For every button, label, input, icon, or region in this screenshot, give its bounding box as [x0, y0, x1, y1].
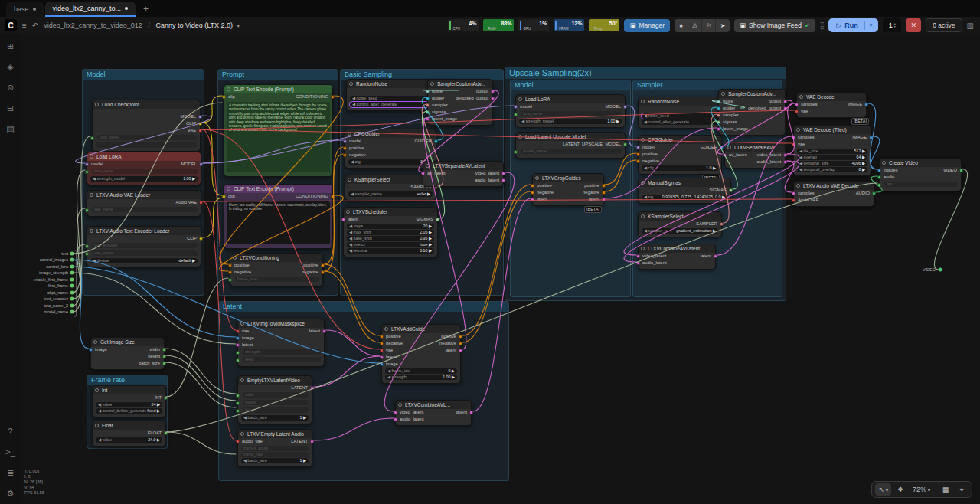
collapse-icon[interactable]: [240, 322, 244, 326]
widget-stretch[interactable]: ◀ stretchtrue ▶: [347, 242, 434, 247]
node-title[interactable]: LTXV Audio VAE Loader: [87, 191, 201, 199]
node-title[interactable]: SamplerCustomAdv...: [428, 80, 492, 88]
input-slot-positive[interactable]: [228, 263, 232, 267]
panel-toggle-icon[interactable]: ▥: [967, 21, 974, 30]
node-ltxvaddguide[interactable]: LTXVAddGuidepositivepositivenegativenega…: [381, 324, 461, 384]
node-load-latent-upscale-model[interactable]: Load Latent Upscale ModelLATENT_UPSCALE_…: [515, 132, 626, 159]
output-slot-latent[interactable]: [469, 411, 473, 414]
widget-value[interactable]: ◀ value24.0 ▶: [96, 437, 162, 443]
workflow-input-dot[interactable]: [70, 304, 74, 308]
widget-lora-name[interactable]: lora_name: [92, 169, 198, 174]
widget-overlap[interactable]: ◀ overlap64 ▶: [797, 155, 867, 160]
collapse-icon[interactable]: [346, 210, 350, 214]
collapse-icon[interactable]: [240, 432, 244, 436]
widget-vae-name[interactable]: vae_name: [92, 250, 198, 256]
active-jobs-badge[interactable]: 0 active: [926, 18, 962, 32]
input-slot-model-name[interactable]: [514, 150, 518, 154]
output-slot-positive[interactable]: [602, 184, 606, 188]
output-slot-sampler[interactable]: [720, 222, 724, 226]
collapse-icon[interactable]: [426, 164, 430, 168]
collapse-icon[interactable]: [641, 138, 645, 142]
output-slot-clip[interactable]: [199, 237, 203, 241]
node-title[interactable]: VAE Decode (Tiled): [794, 126, 871, 134]
node-title[interactable]: Load Checkpoint: [93, 100, 200, 109]
breadcrumb-view[interactable]: Canny to Video (LTX 2.0): [155, 21, 233, 29]
input-slot-samples[interactable]: [792, 136, 795, 139]
workflow-input-dot[interactable]: [70, 265, 74, 269]
node-title[interactable]: LTXVSeparateAVL...: [725, 143, 785, 152]
node-title[interactable]: KSamplerSelect: [639, 212, 721, 221]
node-get-image-size[interactable]: Get Image Sizeimagewidthheightbatch_size: [90, 337, 165, 370]
node-title[interactable]: Load LoRA: [87, 152, 201, 161]
models-icon[interactable]: ◈: [7, 63, 13, 71]
collapse-icon[interactable]: [90, 193, 93, 197]
node-title[interactable]: LTXVCropGuides: [533, 174, 603, 182]
node-title[interactable]: LTXV Empty Latent Audio: [238, 430, 312, 438]
collapse-icon[interactable]: [641, 181, 645, 185]
node-emptyltxvlatentvideo[interactable]: EmptyLTXVLatentVideoLATENTwidthheightlen…: [237, 375, 312, 424]
help-icon[interactable]: ?: [8, 427, 12, 436]
input-slot-image[interactable]: [236, 336, 240, 340]
output-slot-conditioning[interactable]: [331, 95, 335, 99]
widget-cfg[interactable]: ◀ cfg3.0 ▶: [348, 159, 433, 165]
breadcrumb-workflow[interactable]: video_ltx2_canny_to_video_012: [44, 21, 142, 29]
output-slot-audio[interactable]: [872, 191, 876, 195]
input-slot-negative[interactable]: [343, 153, 347, 157]
collapse-icon[interactable]: [799, 95, 803, 99]
widget-frame-idx[interactable]: ◀ frame_idx0 ▶: [385, 368, 457, 374]
cancel-button[interactable]: ✕: [906, 18, 921, 32]
node-ltxvseparateavl[interactable]: LTXVSeparateAVL...av_latentvideo_latenta…: [724, 142, 786, 169]
node-title[interactable]: CLIP Text Encode (Prompt): [224, 185, 332, 193]
output-slot-width[interactable]: [162, 348, 166, 352]
tab-base[interactable]: base: [6, 2, 44, 17]
input-slot-vae[interactable]: [795, 110, 799, 113]
output-slot-image[interactable]: [869, 136, 873, 139]
output-slot-sigmas[interactable]: [436, 218, 439, 221]
node-title[interactable]: LTXVConditioning: [230, 254, 322, 262]
collapse-icon[interactable]: [93, 340, 97, 344]
collapse-icon[interactable]: [348, 178, 351, 182]
input-slot-latent-image[interactable]: [426, 117, 430, 121]
input-slot-samples[interactable]: [792, 191, 795, 195]
chevron-down-icon[interactable]: ▾: [237, 24, 240, 28]
node-ltxvimgtovidmasksplice[interactable]: LTXVImgToVidMasksplicevaelatentimagelate…: [237, 319, 325, 367]
output-slot-latent[interactable]: [602, 198, 606, 201]
node-title[interactable]: CFGGuider: [345, 129, 436, 138]
manager-button[interactable]: ▣Manager: [624, 19, 670, 32]
pointer-tool-button[interactable]: ↖▾: [875, 483, 891, 496]
collapse-icon[interactable]: [882, 161, 886, 165]
output-slot-video-latent[interactable]: [501, 172, 505, 175]
input-slot-fps[interactable]: [877, 183, 881, 187]
node-ltxvscheduler[interactable]: LTXVSchedulerlatentSIGMAS◀ steps20 ▶◀ ma…: [343, 207, 438, 257]
output-slot-sigmas[interactable]: [729, 188, 733, 192]
input-slot-audio-vae[interactable]: [792, 198, 795, 202]
node-load-checkpoint[interactable]: Load CheckpointMODELCLIPVAEckpt_name: [92, 100, 201, 152]
collapse-icon[interactable]: [227, 187, 230, 191]
flag-icon[interactable]: ⚐: [702, 19, 716, 32]
workflow-input-dot[interactable]: [70, 284, 74, 288]
input-slot-model[interactable]: [636, 146, 640, 149]
input-slot-lora-name[interactable]: [514, 113, 518, 116]
node-float[interactable]: FloatFLOAT◀ value24.0 ▶: [92, 421, 166, 447]
input-slot-audio-vae[interactable]: [236, 440, 240, 443]
node-ksamplerselect[interactable]: KSamplerSelectSAMPLER◀ sampler_n...gradi…: [638, 211, 722, 237]
input-slot-av-latent[interactable]: [421, 172, 425, 175]
input-slot-positive[interactable]: [380, 335, 384, 339]
output-slot-output[interactable]: [491, 90, 495, 93]
input-slot-noise[interactable]: [717, 100, 720, 103]
output-slot-positive[interactable]: [459, 335, 462, 339]
collapse-icon[interactable]: [90, 229, 93, 233]
output-slot-guider[interactable]: [720, 146, 724, 149]
widget-batch-size[interactable]: ◀ batch_size1 ▶: [241, 415, 309, 421]
widget-base-shift[interactable]: ◀ base_shift0.95 ▶: [347, 236, 434, 241]
collapse-icon[interactable]: [518, 97, 522, 101]
widget-width[interactable]: width: [243, 392, 309, 398]
workflow-input-dot[interactable]: [70, 258, 74, 262]
input-slot-av-latent[interactable]: [723, 153, 727, 157]
collapse-icon[interactable]: [721, 92, 725, 96]
collapse-icon[interactable]: [95, 388, 99, 392]
node-title[interactable]: LTXVCombineAVL...: [396, 401, 471, 409]
input-slot-audio-latent[interactable]: [636, 261, 640, 265]
output-slot-latent[interactable]: [310, 440, 314, 443]
output-slot-latent[interactable]: [322, 329, 326, 333]
